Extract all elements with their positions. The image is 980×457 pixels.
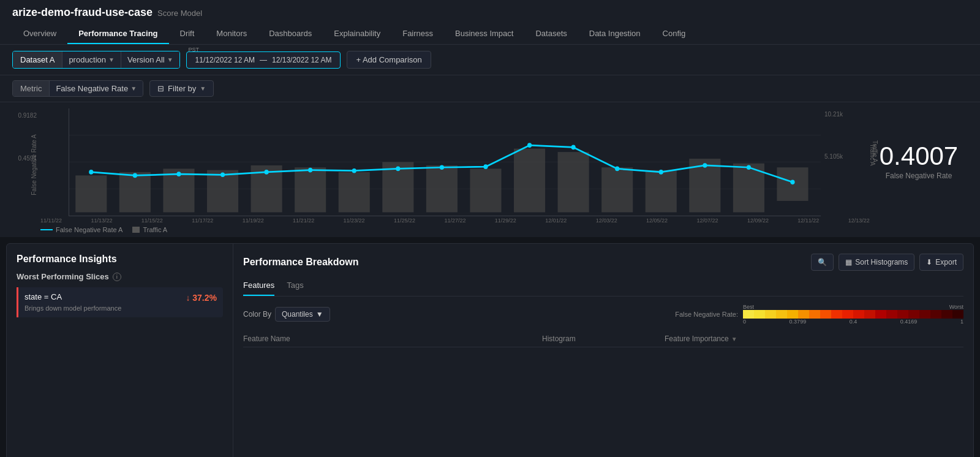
version-selector[interactable]: Version All ▼ <box>121 51 179 68</box>
x-label-14: 12/09/22 <box>747 217 769 224</box>
color-box-3 <box>776 310 787 319</box>
chart-section: False Negative Rate A 0.9182 0.4591 <box>0 102 980 237</box>
color-box-18 <box>941 310 952 319</box>
slice-impact: ↓ 37.2% <box>186 293 217 303</box>
tab-tags[interactable]: Tags <box>287 278 303 296</box>
scale-marker-4: 1 <box>960 319 963 325</box>
dataset-a-label: Dataset A <box>13 51 62 68</box>
worst-slices-header: Worst Performing Slices i <box>17 272 223 281</box>
x-label-5: 11/21/22 <box>293 217 314 224</box>
tab-monitors[interactable]: Monitors <box>205 24 258 44</box>
tab-config[interactable]: Config <box>652 24 697 44</box>
svg-rect-3 <box>75 175 107 212</box>
svg-rect-13 <box>514 149 545 213</box>
svg-point-34 <box>703 163 707 168</box>
sort-histograms-label: Sort Histograms <box>855 258 908 266</box>
tab-datasets[interactable]: Datasets <box>524 24 578 44</box>
version-chevron-icon: ▼ <box>167 56 173 63</box>
filter-icon: ⊟ <box>157 84 164 93</box>
tab-overview[interactable]: Overview <box>12 24 67 44</box>
date-separator: — <box>260 56 267 64</box>
export-label: Export <box>935 258 957 266</box>
tab-dashboards[interactable]: Dashboards <box>258 24 323 44</box>
svg-point-22 <box>176 172 181 176</box>
metric-label: Metric <box>13 81 50 96</box>
date-start: 11/12/2022 12 AM <box>195 56 255 64</box>
color-box-4 <box>787 310 798 319</box>
metric-value-text: False Negative Rate <box>56 84 128 93</box>
x-label-2: 11/15/22 <box>141 217 163 224</box>
search-button[interactable]: 🔍 <box>811 254 834 271</box>
color-box-17 <box>930 310 941 319</box>
svg-point-29 <box>483 164 488 169</box>
x-label-16: 12/13/22 <box>848 217 870 224</box>
chart-svg <box>69 108 821 216</box>
color-box-13 <box>886 310 897 319</box>
color-by-dropdown[interactable]: Quantiles ▼ <box>275 307 330 322</box>
color-box-15 <box>908 310 919 319</box>
bottom-section: Performance Insights Worst Performing Sl… <box>6 243 974 457</box>
color-box-19 <box>952 310 963 319</box>
app-title-main: arize-demo-fraud-use-case <box>12 6 153 19</box>
tab-data-ingestion[interactable]: Data Ingestion <box>578 24 652 44</box>
x-label-9: 11/29/22 <box>495 217 516 224</box>
legend-traffic-label: Traffic A <box>143 226 167 233</box>
scale-marker-2: 0.4 <box>850 319 858 325</box>
chart-value-display: 0.4007 False Negative Rate <box>870 108 968 233</box>
svg-rect-8 <box>295 167 326 212</box>
color-box-7 <box>820 310 831 319</box>
traffic-a-label: Traffic A <box>871 140 878 162</box>
breakdown-header: Performance Breakdown 🔍 ▦ Sort Histogram… <box>243 254 963 271</box>
legend-fnr-label: False Negative Rate A <box>56 226 123 233</box>
chart-legend: False Negative Rate A Traffic A <box>40 226 870 233</box>
filter-by-button[interactable]: ⊟ Filter by ▼ <box>149 80 214 97</box>
y-tick-high: 0.9182 <box>12 112 37 119</box>
best-label: Best <box>743 304 754 310</box>
performance-insights-title: Performance Insights <box>17 254 223 265</box>
th-importance[interactable]: Feature Importance ▼ <box>665 334 963 343</box>
color-box-8 <box>831 310 842 319</box>
controls-bar: Dataset A production ▼ Version All ▼ PST… <box>0 45 980 75</box>
export-button[interactable]: ⬇ Export <box>919 254 963 271</box>
color-by-value-text: Quantiles <box>282 310 313 319</box>
app-title-bar: arize-demo-fraud-use-case Score Model <box>12 6 968 24</box>
color-box-14 <box>897 310 908 319</box>
metric-value-selector[interactable]: False Negative Rate ▼ <box>50 81 143 96</box>
scale-marker-1: 0.3799 <box>790 319 807 325</box>
tab-fairness[interactable]: Fairness <box>391 24 444 44</box>
big-metric-label: False Negative Rate <box>886 172 952 180</box>
tab-features[interactable]: Features <box>243 278 274 296</box>
app-title-sub: Score Model <box>157 9 202 18</box>
pst-label: PST <box>189 47 200 53</box>
slice-item-0[interactable]: state = CA ↓ 37.2% Brings down model per… <box>17 287 223 317</box>
svg-rect-4 <box>119 172 151 213</box>
color-box-9 <box>842 310 853 319</box>
svg-rect-15 <box>601 167 633 212</box>
x-label-15: 12/11/22 <box>797 217 819 224</box>
svg-rect-16 <box>646 170 677 213</box>
color-box-10 <box>853 310 864 319</box>
date-range-selector[interactable]: PST 11/12/2022 12 AM — 12/13/2022 12 AM <box>186 51 341 69</box>
legend-traffic: Traffic A <box>132 226 167 233</box>
tab-drift[interactable]: Drift <box>169 24 206 44</box>
tab-explainability[interactable]: Explainability <box>323 24 391 44</box>
svg-point-30 <box>527 143 532 148</box>
tab-business-impact[interactable]: Business Impact <box>444 24 524 44</box>
color-by-chevron-icon: ▼ <box>316 310 323 319</box>
color-box-0 <box>743 310 754 319</box>
color-box-11 <box>864 310 875 319</box>
info-icon[interactable]: i <box>113 273 121 281</box>
filter-bar: Metric False Negative Rate ▼ ⊟ Filter by… <box>0 75 980 102</box>
search-icon: 🔍 <box>818 258 827 266</box>
add-comparison-button[interactable]: + Add Comparison <box>347 51 431 69</box>
environment-selector[interactable]: production ▼ <box>62 51 121 68</box>
worst-slices-label: Worst Performing Slices <box>17 272 109 281</box>
chart-main: False Negative Rate A 0.9182 0.4591 <box>12 108 870 233</box>
sort-histograms-button[interactable]: ▦ Sort Histograms <box>839 254 914 271</box>
svg-rect-12 <box>470 168 501 212</box>
th-importance-label: Feature Importance <box>665 334 729 343</box>
tab-performance-tracing[interactable]: Performance Tracing <box>67 24 168 44</box>
filter-chevron-icon: ▼ <box>200 85 206 92</box>
svg-rect-11 <box>426 165 458 213</box>
x-label-11: 12/03/22 <box>596 217 617 224</box>
